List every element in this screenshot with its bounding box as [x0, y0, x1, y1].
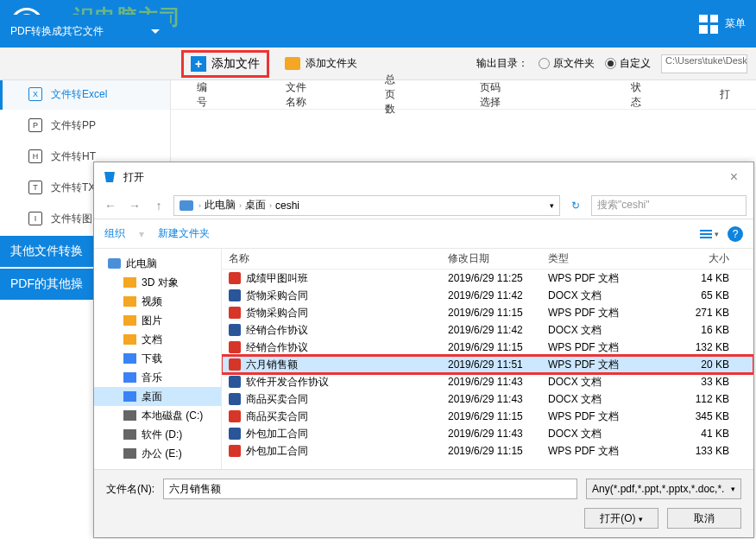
- pc-icon: [180, 200, 193, 211]
- tree-item[interactable]: 视频: [94, 292, 221, 311]
- sidebar-item[interactable]: X文件转Excel: [0, 79, 170, 110]
- file-type-icon: H: [28, 149, 42, 163]
- drive-icon: [123, 448, 136, 459]
- file-list: 名称 修改日期 类型 大小 成绩甲图叫班2019/6/29 11:25WPS P…: [222, 249, 753, 469]
- tree-item[interactable]: 桌面: [94, 387, 221, 406]
- col-filename: 文件名称: [286, 80, 308, 110]
- add-folder-button[interactable]: 添加文件夹: [285, 56, 357, 71]
- doc-icon: [229, 289, 241, 301]
- folder-icon: [285, 57, 300, 70]
- file-row[interactable]: 经销合作协议2019/6/29 11:15WPS PDF 文档132 KB: [222, 339, 753, 356]
- tree-item[interactable]: 下载: [94, 349, 221, 368]
- tree-item[interactable]: 音乐: [94, 368, 221, 387]
- help-button[interactable]: ?: [728, 226, 743, 242]
- col-status: 状态: [631, 80, 642, 110]
- pdf-icon: [229, 445, 241, 457]
- tree-item[interactable]: 3D 对象: [94, 273, 221, 292]
- folder2-icon: [123, 334, 136, 345]
- file-row[interactable]: 货物采购合同2019/6/29 11:15WPS PDF 文档271 KB: [222, 304, 753, 321]
- file-row[interactable]: 成绩甲图叫班2019/6/29 11:25WPS PDF 文档14 KB: [222, 270, 753, 287]
- col-pages: 总页数: [385, 73, 401, 117]
- folder-tree: 此电脑3D 对象视频图片文档下载音乐桌面本地磁盘 (C:)软件 (D:)办公 (…: [94, 249, 222, 469]
- col-date[interactable]: 修改日期: [448, 251, 548, 266]
- file-type-icon: P: [28, 118, 42, 132]
- col-type[interactable]: 类型: [548, 251, 652, 266]
- menu-button[interactable]: 菜单: [699, 15, 746, 34]
- doc-icon: [229, 324, 241, 336]
- nav-up-button[interactable]: ↑: [149, 196, 168, 215]
- breadcrumb-item[interactable]: 桌面: [245, 198, 266, 212]
- drive-icon: [123, 429, 136, 440]
- down-icon: [123, 391, 136, 402]
- tree-item[interactable]: 此电脑: [94, 254, 221, 273]
- sidebar-item[interactable]: P文件转PP: [0, 110, 170, 141]
- breadcrumb-item[interactable]: ceshi: [275, 200, 299, 212]
- file-row[interactable]: 商品买卖合同2019/6/29 11:15WPS PDF 文档345 KB: [222, 408, 753, 425]
- col-size[interactable]: 大小: [652, 251, 747, 266]
- col-open: 打: [720, 87, 730, 102]
- file-type-icon: X: [28, 87, 42, 101]
- tree-item[interactable]: 图片: [94, 311, 221, 330]
- filename-input[interactable]: [163, 479, 577, 499]
- pdf-icon: [229, 341, 241, 353]
- nav-back-button[interactable]: ←: [101, 196, 120, 215]
- file-type-icon: I: [28, 212, 42, 225]
- refresh-button[interactable]: ↻: [565, 195, 586, 216]
- breadcrumb[interactable]: › 此电脑 › 桌面 › ceshi ▾: [173, 195, 560, 216]
- file-row[interactable]: 外包加工合同2019/6/29 11:43DOCX 文档41 KB: [222, 425, 753, 442]
- file-type-icon: T: [28, 181, 42, 194]
- add-file-button[interactable]: + 添加文件: [181, 50, 269, 78]
- col-index: 编号: [197, 80, 208, 110]
- search-input[interactable]: 搜索"ceshi": [591, 195, 747, 216]
- file-list-header: 名称 修改日期 类型 大小: [222, 249, 753, 270]
- close-button[interactable]: ×: [723, 169, 745, 185]
- toolbar: + 添加文件 添加文件夹 输出目录： 原文件夹 自定义 C:\Users\tuk…: [0, 48, 756, 80]
- folder2-icon: [123, 296, 136, 307]
- file-row[interactable]: 软件开发合作协议2019/6/29 11:43DOCX 文档33 KB: [222, 373, 753, 390]
- open-button[interactable]: 打开(O) ▾: [584, 508, 658, 529]
- new-folder-button[interactable]: 新建文件夹: [158, 226, 210, 241]
- file-row[interactable]: 货物采购合同2019/6/29 11:42DOCX 文档65 KB: [222, 287, 753, 304]
- doc-icon: [229, 428, 241, 440]
- output-path-input[interactable]: C:\Users\tuke\Desk: [661, 54, 747, 73]
- doc-icon: [229, 376, 241, 388]
- breadcrumb-item[interactable]: 此电脑: [205, 198, 236, 212]
- col-name[interactable]: 名称: [229, 251, 448, 266]
- chevron-down-icon[interactable]: ▾: [550, 201, 554, 210]
- file-open-dialog: 打开 × ← → ↑ › 此电脑 › 桌面 › ceshi ▾ ↻ 搜索"ces…: [93, 162, 754, 538]
- file-row[interactable]: 经销合作协议2019/6/29 11:42DOCX 文档16 KB: [222, 321, 753, 339]
- drive-icon: [123, 410, 136, 421]
- tree-item[interactable]: 文档: [94, 330, 221, 349]
- file-filter-select[interactable]: Any(*.pdf,*.ppt,*.pptx,*.doc,*.▾: [586, 479, 741, 499]
- tree-item[interactable]: 软件 (D:): [94, 425, 221, 444]
- list-icon: [700, 230, 712, 238]
- file-row[interactable]: 外包加工合同2019/6/29 11:15WPS PDF 文档133 KB: [222, 442, 753, 460]
- radio-original[interactable]: 原文件夹: [539, 56, 595, 71]
- tree-item[interactable]: 本地磁盘 (C:): [94, 406, 221, 425]
- organize-button[interactable]: 组织: [104, 226, 125, 241]
- folder2-icon: [123, 315, 136, 326]
- file-row[interactable]: 商品买卖合同2019/6/29 11:43DOCX 文档112 KB: [222, 390, 753, 408]
- column-headers: 编号 文件名称 总页数 页码选择 状态 打: [171, 80, 756, 110]
- view-mode-button[interactable]: ▾: [700, 230, 719, 238]
- dialog-footer: 文件名(N): Any(*.pdf,*.ppt,*.pptx,*.doc,*.▾…: [94, 469, 753, 537]
- grid-icon: [699, 15, 718, 34]
- tree-item[interactable]: 办公 (E:): [94, 444, 221, 463]
- pdf-icon: [229, 272, 241, 284]
- cancel-button[interactable]: 取消: [667, 508, 741, 529]
- file-row[interactable]: 六月销售额2019/6/29 11:51WPS PDF 文档20 KB: [222, 356, 753, 373]
- pdf-icon: [229, 410, 241, 422]
- music-icon: [123, 372, 136, 383]
- app-small-icon: [103, 170, 117, 184]
- doc-icon: [229, 393, 241, 405]
- pc-icon: [108, 258, 121, 269]
- sidebar-header[interactable]: PDF转换成其它文件: [0, 15, 170, 48]
- dialog-titlebar: 打开 ×: [94, 162, 753, 192]
- nav-forward-button[interactable]: →: [125, 196, 144, 215]
- folder2-icon: [123, 277, 136, 288]
- down-icon: [123, 353, 136, 364]
- radio-custom[interactable]: 自定义: [605, 56, 651, 71]
- plus-icon: +: [191, 56, 206, 72]
- pdf-icon: [229, 358, 241, 371]
- menu-label: 菜单: [725, 16, 746, 31]
